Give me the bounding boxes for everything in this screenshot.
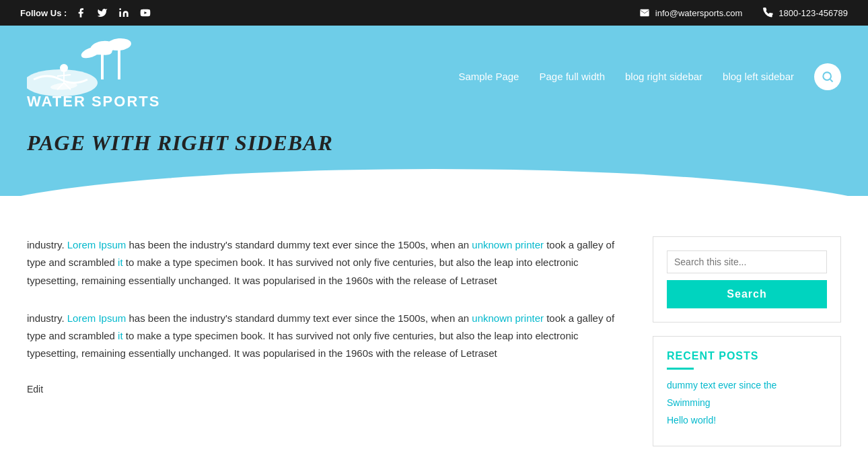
recent-post-link-1[interactable]: dummy text ever since the (667, 380, 776, 391)
phone-contact: 1800-123-456789 (762, 7, 848, 18)
linkedin-icon[interactable] (116, 5, 131, 20)
logo-text: WATER SPORTS (27, 93, 160, 117)
svg-rect-7 (118, 46, 120, 79)
svg-line-17 (830, 79, 833, 81)
edit-link[interactable]: Edit (27, 384, 43, 395)
nav-sample-page[interactable]: Sample Page (458, 67, 519, 86)
facebook-icon[interactable] (73, 5, 88, 20)
logo-illustration (27, 36, 135, 96)
svg-point-16 (823, 72, 831, 80)
article-paragraph-1: industry. Lorem Ipsum has been the indus… (27, 236, 626, 290)
recent-post-item-2: Swimming (667, 397, 827, 408)
email-contact: info@watersports.com (639, 7, 743, 18)
main-nav: Sample Page Page full width blog right s… (458, 63, 841, 90)
top-bar-right: info@watersports.com 1800-123-456789 (639, 7, 848, 18)
social-icons (73, 5, 153, 20)
follow-label: Follow Us : (20, 8, 67, 18)
nav-page-full-width[interactable]: Page full width (539, 67, 605, 86)
email-icon (639, 7, 650, 18)
recent-posts-underline (667, 368, 694, 370)
recent-post-link-3[interactable]: Hello world! (667, 415, 716, 426)
search-icon (821, 70, 834, 83)
twitter-icon[interactable] (95, 5, 110, 20)
phone-number: 1800-123-456789 (779, 8, 848, 18)
recent-posts-widget: RECENT POSTS dummy text ever since the S… (653, 336, 841, 446)
email-address: info@watersports.com (655, 8, 743, 18)
article-paragraph-2: industry. Lorem Ipsum has been the indus… (27, 310, 626, 363)
top-bar: Follow Us : info@watersports.com 1800-12… (0, 0, 868, 26)
page-title: Page with right sidebar (27, 131, 841, 156)
nav-blog-right-sidebar[interactable]: blog right sidebar (625, 67, 702, 86)
recent-post-item-3: Hello world! (667, 415, 827, 426)
search-button[interactable] (814, 63, 841, 90)
sidebar-search-input[interactable] (667, 250, 827, 273)
top-bar-left: Follow Us : (20, 5, 153, 20)
svg-point-10 (60, 64, 68, 72)
recent-post-item-1: dummy text ever since the (667, 380, 827, 391)
youtube-icon[interactable] (138, 5, 153, 20)
recent-post-link-2[interactable]: Swimming (667, 397, 711, 408)
sidebar: Search RECENT POSTS dummy text ever sinc… (653, 236, 841, 446)
recent-posts-title: RECENT POSTS (667, 350, 827, 362)
header: WATER SPORTS Sample Page Page full width… (0, 26, 868, 117)
sidebar-search-widget: Search (653, 236, 841, 323)
logo-area: WATER SPORTS (27, 36, 160, 117)
article-area: industry. Lorem Ipsum has been the indus… (27, 236, 626, 446)
svg-point-2 (27, 69, 98, 96)
main-content: industry. Lorem Ipsum has been the indus… (0, 196, 868, 473)
nav-blog-left-sidebar[interactable]: blog left sidebar (723, 67, 794, 86)
sidebar-search-button[interactable]: Search (667, 280, 827, 308)
phone-icon (762, 7, 773, 18)
svg-point-0 (120, 8, 122, 10)
hero-section: Page with right sidebar (0, 117, 868, 196)
